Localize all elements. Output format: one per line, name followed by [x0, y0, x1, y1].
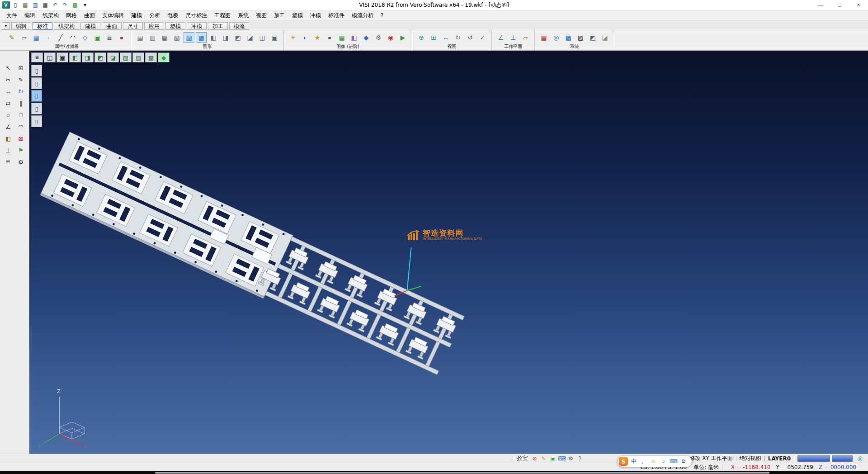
render-settings-icon[interactable]: ◎	[551, 32, 561, 43]
toolbar-tab[interactable]: 编辑	[11, 22, 31, 30]
background-icon[interactable]: ▦	[336, 32, 347, 43]
hidden-line-icon[interactable]: ▦	[159, 32, 170, 43]
snapshot-icon[interactable]: ◉	[385, 32, 396, 43]
profile-filter-icon[interactable]: ▯	[31, 65, 42, 76]
menu-item[interactable]: 实体编辑	[99, 10, 127, 21]
ghost-view-icon[interactable]: ▧	[171, 32, 182, 43]
surface-filter-icon[interactable]: ▯	[31, 90, 42, 102]
view-back-icon[interactable]: ▨	[132, 52, 144, 62]
filter-surfaces-icon[interactable]: ◇	[80, 32, 90, 43]
minimize-button[interactable]: —	[811, 0, 830, 10]
toolbar-tab[interactable]: 尺寸	[123, 22, 143, 30]
viewport-canvas[interactable]: ≡ ◫ ▣ ◧ ◨ ◩ ◪ ▧ ▨ ▩	[29, 51, 868, 454]
menu-item[interactable]: 冲模	[307, 10, 325, 21]
point-filter-icon[interactable]: ▯	[31, 115, 42, 127]
mirror-icon[interactable]: ⇄	[2, 98, 14, 109]
ime-logo-icon[interactable]: S	[619, 457, 628, 466]
print-icon[interactable]: ▦	[41, 1, 50, 9]
shadows-icon[interactable]: ●	[324, 32, 335, 43]
menu-item[interactable]: 塑模	[288, 10, 307, 21]
trim-icon[interactable]: ✂	[2, 74, 14, 85]
tab-dropdown-button[interactable]: ▾	[2, 22, 10, 30]
polyline-icon[interactable]: ∠	[2, 121, 14, 132]
workplane-view-icon[interactable]: ▱	[520, 32, 531, 43]
show-points-icon[interactable]: ◩	[232, 32, 243, 43]
shade-icon[interactable]: ◧	[2, 133, 14, 144]
rotate-view-icon[interactable]: ↻	[453, 32, 463, 43]
menu-item[interactable]: 视图	[252, 10, 270, 21]
multi-viewport-icon[interactable]: ▣	[57, 52, 68, 62]
list-icon[interactable]: ≣	[2, 156, 14, 167]
maximize-button[interactable]: □	[830, 0, 849, 10]
refresh-graphics-icon[interactable]: ▣	[269, 32, 280, 43]
wireframe-view-icon[interactable]: ▥	[147, 32, 158, 43]
toolbar-tab[interactable]: 应用	[144, 22, 164, 30]
help-tool-icon[interactable]: ?	[576, 455, 584, 462]
rotate-icon[interactable]: ↻	[15, 86, 27, 97]
toolbar-tab[interactable]: 线架构	[54, 22, 79, 30]
show-edges-icon[interactable]: ▨	[184, 32, 194, 43]
menu-item[interactable]: 线架构	[39, 10, 62, 21]
ime-keyboard-icon[interactable]: ⌨	[669, 457, 679, 466]
open-file-icon[interactable]: ▤	[21, 1, 30, 9]
toolbar-tab[interactable]: 建模	[80, 22, 100, 30]
texture-icon[interactable]: ◧	[349, 32, 359, 43]
modify-workplane-label[interactable]: 修改 XY 工作平面	[690, 455, 733, 462]
show-annotations-icon[interactable]: ◪	[245, 32, 255, 43]
zoom-window-icon[interactable]: ⊞	[428, 32, 439, 43]
active-layer-label[interactable]: LAYER0	[768, 455, 791, 462]
single-viewport-icon[interactable]: ◫	[44, 52, 56, 62]
workplane-xy-icon[interactable]: ∠	[495, 32, 506, 43]
measure-icon[interactable]: ⊥	[2, 145, 14, 156]
move-icon[interactable]: ↔	[2, 86, 14, 97]
menu-item[interactable]: 分析	[146, 10, 164, 21]
toolbar-tab[interactable]: 曲面	[102, 22, 122, 30]
window-select-icon[interactable]: ⊞	[15, 62, 27, 73]
redraw-icon[interactable]: ✓	[477, 32, 488, 43]
close-button[interactable]: ×	[849, 0, 868, 10]
layers-icon[interactable]: ◪	[599, 32, 610, 43]
erase-icon[interactable]: ⊠	[15, 133, 27, 144]
web-icon[interactable]: ◎	[855, 455, 864, 462]
filter-layers-icon[interactable]: ≣	[104, 32, 115, 43]
previous-view-icon[interactable]: ↺	[465, 32, 476, 43]
show-solids-icon[interactable]: ▩	[196, 32, 207, 43]
toolbar-tab[interactable]: 模流	[229, 22, 249, 30]
animation-icon[interactable]: ▶	[397, 32, 408, 43]
show-axes-icon[interactable]: ◫	[257, 32, 268, 43]
edit-note-icon[interactable]: ✎	[540, 455, 548, 462]
materials-icon[interactable]: ◐	[300, 32, 311, 43]
image-tool-icon[interactable]: ▣	[549, 455, 557, 462]
menu-item[interactable]: 工程图	[211, 10, 234, 21]
menu-item[interactable]: 标准件	[325, 10, 348, 21]
menu-item[interactable]: 编辑	[21, 10, 39, 21]
workplane-3point-icon[interactable]: ⊥	[508, 32, 519, 43]
view-left-icon[interactable]: ▧	[120, 52, 132, 62]
toolbar-tab[interactable]: 加工	[208, 22, 228, 30]
solid-filter-icon[interactable]: ▯	[31, 77, 42, 89]
filter-lines-icon[interactable]: ╱	[55, 32, 66, 43]
view-top-icon[interactable]: ◩	[94, 52, 106, 62]
zoom-all-icon[interactable]: ⊕	[416, 32, 427, 43]
toolbar-tab[interactable]: 塑模	[165, 22, 185, 30]
menu-item[interactable]: ?	[377, 11, 387, 20]
capture-icon[interactable]: ⊘	[531, 455, 539, 462]
settings-tool-icon[interactable]: ⚙	[567, 455, 575, 462]
save-file-icon[interactable]: ▥	[31, 1, 40, 9]
filter-colors-icon[interactable]: ●	[116, 32, 127, 43]
menu-item[interactable]: 文件	[3, 10, 21, 21]
ime-mic-icon[interactable]: ♪	[659, 457, 669, 466]
new-file-icon[interactable]: ▯	[11, 1, 20, 9]
wireframe-filter-icon[interactable]: ▯	[31, 103, 42, 114]
edit-attributes-icon[interactable]: ✎	[6, 32, 17, 43]
quality-icon[interactable]: ⚙	[373, 32, 384, 43]
menu-item[interactable]: 尺寸标注	[182, 10, 211, 21]
pixel-map-icon[interactable]: ▨	[575, 32, 586, 43]
view-bottom-icon[interactable]: ▩	[145, 52, 157, 62]
filter-points-icon[interactable]: ∙	[43, 32, 54, 43]
redo-icon[interactable]: ↷	[61, 1, 70, 9]
menu-item[interactable]: 电极	[164, 10, 182, 21]
matrix-icon[interactable]: ◩	[587, 32, 598, 43]
grid-settings-icon[interactable]: ▩	[563, 32, 574, 43]
ime-tools-icon[interactable]: ⚙	[679, 457, 689, 466]
